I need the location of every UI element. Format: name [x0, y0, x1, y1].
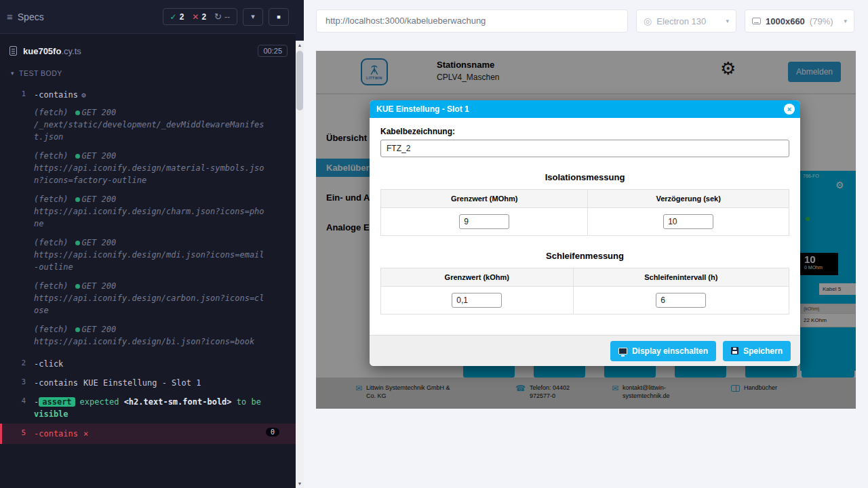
command-number: 2 [0, 358, 34, 367]
scrollbar-cap [296, 0, 304, 41]
grenzwert-mohm-input[interactable] [459, 214, 509, 229]
fail-x-icon: × [83, 429, 88, 439]
display-einschalten-button[interactable]: Display einschalten [610, 341, 716, 361]
command-message: KUE Einstellung - Slot 1 [83, 378, 201, 388]
fetch-status: GET 200 [82, 151, 117, 161]
command-number [0, 280, 34, 317]
spec-file-icon [9, 46, 17, 56]
fetch-status: GET 200 [82, 108, 117, 117]
assert-target: <h2.text-sm.font-bold> [124, 397, 232, 407]
speichern-button[interactable]: Speichern [723, 341, 791, 361]
fetch-log-row[interactable]: (fetch)GET 200 /_next/static/development… [0, 106, 296, 143]
test-body-label: TEST BODY [19, 69, 62, 77]
command-name: -contains [34, 90, 78, 100]
fetch-status: GET 200 [82, 238, 117, 247]
verzoegerung-input[interactable] [663, 214, 713, 229]
modal-title: KUE Einstellung - Slot 1 [376, 104, 469, 114]
status-dot [75, 154, 80, 159]
fetch-url: https://api.iconify.design/bi.json?icons… [34, 336, 268, 348]
fetch-url: https://api.iconify.design/mdi.json?icon… [34, 249, 268, 273]
test-body-toggle[interactable]: ▾ TEST BODY [0, 64, 296, 83]
scroll-up-icon[interactable]: ▲ [296, 41, 304, 49]
table-cell [588, 208, 789, 236]
reporter-header: ≡ Specs ✓2 ✕2 ↻-- ▾ ■ [0, 0, 296, 34]
command-name: -contains [34, 429, 78, 439]
kabelbezeichnung-input[interactable] [380, 140, 789, 157]
command-row-click[interactable]: 2 -click [0, 354, 296, 373]
close-icon[interactable]: × [784, 104, 795, 115]
command-number [0, 150, 34, 186]
command-number: 3 [0, 377, 34, 386]
failed-count: 2 [201, 12, 206, 22]
fetch-log-row[interactable]: (fetch)GET 200 https://api.iconify.desig… [0, 150, 296, 186]
assert-to-be: to be [237, 397, 261, 407]
command-number [0, 237, 34, 273]
command-name: -contains [34, 378, 78, 388]
command-row-contains-failed[interactable]: 5 -contains× 0 [0, 424, 296, 444]
test-stats: ✓2 ✕2 ↻-- [163, 8, 237, 25]
fetch-status: GET 200 [82, 325, 117, 334]
isolationsmessung-heading: Isolationsmessung [380, 172, 789, 182]
spec-list-icon: ≡ [7, 11, 13, 22]
refresh-icon: ↻ [214, 12, 222, 22]
display-button-label: Display einschalten [632, 346, 708, 356]
assert-badge: assert [39, 397, 75, 407]
fetch-log-row[interactable]: (fetch)GET 200 https://api.iconify.desig… [0, 193, 296, 230]
modal-footer: Display einschalten Speichern [370, 335, 800, 366]
modal-body: Kabelbezeichnung: Isolationsmessung Gren… [370, 118, 800, 335]
command-number [0, 106, 34, 143]
spec-header[interactable]: kue705fo.cy.ts 00:25 [0, 34, 296, 64]
fetch-label: (fetch) [34, 151, 68, 161]
cypress-reporter: ≡ Specs ✓2 ✕2 ↻-- ▾ ■ kue705fo.cy.ts 00:… [0, 0, 296, 488]
status-dot [75, 197, 80, 202]
scrollbar-thumb[interactable] [296, 51, 303, 110]
command-number [0, 193, 34, 230]
fetch-label: (fetch) [34, 108, 68, 117]
fetch-url: /_next/static/development/_devMiddleware… [34, 119, 268, 143]
viewport-zoom: (79%) [810, 16, 833, 26]
viewport-size: 1000x660 [766, 16, 805, 26]
stop-button[interactable]: ■ [269, 8, 289, 26]
chevron-down-icon: ▾ [11, 70, 14, 77]
fetch-label: (fetch) [34, 325, 68, 334]
command-row-contains[interactable]: 1 -contains⚙ [0, 85, 296, 105]
specs-menu-button[interactable]: ≡ Specs [7, 11, 44, 22]
fetch-log-row[interactable]: (fetch)GET 200 https://api.iconify.desig… [0, 280, 296, 317]
spec-time-badge: 00:25 [258, 45, 288, 57]
fetch-label: (fetch) [34, 195, 68, 204]
command-name: -click [34, 359, 63, 369]
table-cell [381, 287, 574, 314]
spec-ext: .cy.ts [61, 46, 81, 56]
schleifenintervall-input[interactable] [656, 293, 706, 308]
scroll-down-icon[interactable]: ▼ [296, 479, 304, 488]
fetch-log-row[interactable]: (fetch)GET 200 https://api.iconify.desig… [0, 323, 296, 348]
command-log: 1 -contains⚙ (fetch)GET 200 /_next/stati… [0, 83, 296, 444]
viewport-selector[interactable]: 1000x660 (79%) ▾ [745, 9, 854, 33]
kue-settings-modal: KUE Einstellung - Slot 1 × Kabelbezeichn… [370, 100, 800, 366]
collapse-button[interactable]: ▾ [243, 8, 263, 26]
command-number [0, 323, 34, 348]
monitor-icon [618, 348, 627, 354]
table-cell [381, 208, 588, 236]
command-number: 1 [0, 89, 34, 98]
check-icon: ✓ [170, 12, 177, 22]
browser-selector[interactable]: ◎ Electron 130 ▾ [636, 9, 736, 33]
app-under-test: LITTWIN Stationsname CPLV4_Maschen ⚙ Abm… [316, 51, 856, 409]
chevron-down-icon: ▾ [726, 18, 729, 24]
pending-stat: ↻-- [214, 12, 230, 22]
passed-count: 2 [180, 12, 184, 22]
chevron-down-icon: ▾ [251, 12, 255, 21]
grenzwert-kohm-input[interactable] [452, 293, 502, 308]
col-grenzwert-mohm: Grenzwert (MOhm) [381, 190, 588, 208]
command-row-contains[interactable]: 3 -containsKUE Einstellung - Slot 1 [0, 373, 296, 392]
browser-name: Electron 130 [656, 16, 706, 26]
electron-icon: ◎ [644, 16, 652, 26]
reporter-scrollbar[interactable]: ▲ ▼ [296, 41, 304, 488]
fetch-log-row[interactable]: (fetch)GET 200 https://api.iconify.desig… [0, 237, 296, 273]
fetch-label: (fetch) [34, 281, 68, 291]
fetch-url: https://api.iconify.design/carbon.json?i… [34, 292, 268, 317]
url-bar[interactable]: http://localhost:3000/kabelueberwachung [316, 9, 628, 33]
command-row-assert[interactable]: 4 -assertexpected <h2.text-sm.font-bold>… [0, 392, 296, 424]
table-cell [573, 287, 789, 314]
pending-count: -- [224, 12, 230, 22]
